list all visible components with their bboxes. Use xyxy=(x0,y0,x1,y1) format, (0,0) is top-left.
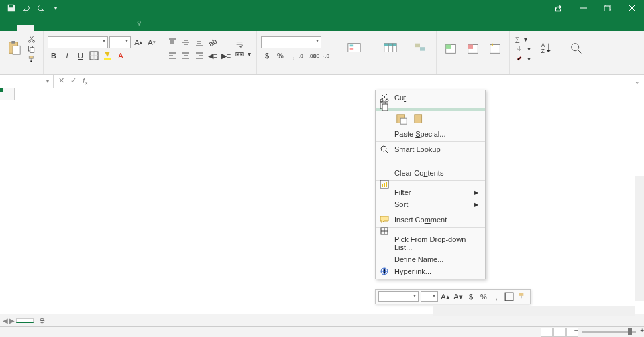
svg-rect-44 xyxy=(415,44,420,48)
formula-bar-expand[interactable]: ⌄ xyxy=(631,78,644,85)
ctx-filter[interactable]: Filter▶ xyxy=(376,186,485,198)
undo-button[interactable] xyxy=(19,1,34,15)
ctx-hyperlink[interactable]: Hyperlink... xyxy=(376,265,485,277)
sort-filter-button[interactable]: AZ xyxy=(534,40,561,58)
ctx-paste-special[interactable]: Paste Special... xyxy=(376,128,485,140)
merge-center-button[interactable]: ▾ xyxy=(234,50,252,59)
tab-home[interactable] xyxy=(17,25,34,31)
tab-insert[interactable] xyxy=(34,25,50,31)
paste-button[interactable] xyxy=(4,40,24,58)
ctx-paste-default[interactable] xyxy=(394,112,409,127)
fill-button[interactable]: ▾ xyxy=(514,44,532,54)
worksheet-grid[interactable]: Cut Paste Special... Smart Lookup Clear … xyxy=(0,88,644,324)
svg-rect-13 xyxy=(29,56,33,59)
decrease-font-button[interactable]: A▾ xyxy=(146,36,158,48)
mini-increase-font[interactable]: A▴ xyxy=(440,291,451,302)
mini-font-combo[interactable] xyxy=(378,291,419,302)
tab-file[interactable] xyxy=(1,25,17,31)
increase-indent-button[interactable]: ▶≡ xyxy=(220,50,232,62)
tab-data[interactable] xyxy=(82,25,98,31)
font-name-combo[interactable] xyxy=(48,36,108,48)
mini-decrease-font[interactable]: A▾ xyxy=(453,291,464,302)
ctx-insert-comment[interactable]: Insert Comment xyxy=(376,214,485,226)
bold-button[interactable]: B xyxy=(48,50,60,62)
svg-rect-71 xyxy=(519,293,523,296)
align-bottom-button[interactable] xyxy=(193,36,205,48)
autosum-button[interactable]: ∑ ▾ xyxy=(514,35,532,44)
ctx-cut[interactable]: Cut xyxy=(376,92,485,104)
align-right-button[interactable] xyxy=(193,50,205,62)
increase-font-button[interactable]: A▴ xyxy=(132,36,144,48)
decrease-decimal-button[interactable]: .00→.0 xyxy=(315,50,327,62)
wrap-text-button[interactable] xyxy=(234,40,252,49)
format-as-table-button[interactable] xyxy=(375,40,406,58)
tab-review[interactable] xyxy=(98,25,114,31)
cell-styles-button[interactable] xyxy=(408,40,432,58)
cancel-formula-button[interactable]: ✕ xyxy=(56,76,66,86)
ctx-sort[interactable]: Sort▶ xyxy=(376,198,485,210)
fx-button[interactable]: fx xyxy=(80,76,90,86)
select-all-button[interactable] xyxy=(0,88,15,100)
tell-me-search[interactable] xyxy=(130,17,644,31)
minimize-button[interactable] xyxy=(572,0,596,16)
font-size-combo[interactable] xyxy=(109,36,131,48)
view-normal-button[interactable] xyxy=(541,328,553,337)
cut-button[interactable] xyxy=(26,34,39,44)
mini-percent[interactable]: % xyxy=(478,291,489,302)
align-top-button[interactable] xyxy=(166,36,178,48)
tab-page-layout[interactable] xyxy=(50,25,66,31)
ctx-copy[interactable] xyxy=(376,104,485,108)
insert-cells-button[interactable] xyxy=(441,40,461,58)
sheet-nav-prev[interactable]: ◀ xyxy=(3,317,8,324)
svg-rect-41 xyxy=(384,44,396,46)
group-alignment-label xyxy=(166,65,252,73)
fill-color-button[interactable] xyxy=(101,50,113,62)
borders-button[interactable] xyxy=(88,50,100,62)
clear-button[interactable]: ▾ xyxy=(514,54,532,64)
name-box[interactable] xyxy=(0,75,54,88)
copy-button[interactable] xyxy=(26,44,39,54)
accounting-format-button[interactable]: $ xyxy=(261,50,273,62)
share-button[interactable] xyxy=(547,4,572,12)
delete-cells-button[interactable] xyxy=(463,40,483,58)
underline-button[interactable]: U xyxy=(74,50,87,62)
ctx-clear-contents[interactable]: Clear Contents xyxy=(376,167,485,179)
enter-formula-button[interactable]: ✓ xyxy=(68,76,78,86)
ctx-pick-dropdown[interactable]: Pick From Drop-down List... xyxy=(376,233,485,253)
restore-button[interactable] xyxy=(596,0,620,16)
view-page-layout-button[interactable] xyxy=(553,328,566,337)
close-button[interactable] xyxy=(620,0,644,16)
number-format-combo[interactable] xyxy=(261,36,321,48)
decrease-indent-button[interactable]: ◀≡ xyxy=(207,50,219,62)
format-cells-button[interactable] xyxy=(485,40,505,58)
save-button[interactable] xyxy=(4,1,19,15)
mini-font-size-combo[interactable] xyxy=(421,291,438,302)
mini-comma[interactable]: , xyxy=(491,291,502,302)
sheet-tab-1[interactable] xyxy=(16,318,34,323)
ctx-define-name[interactable]: Define Name... xyxy=(376,253,485,265)
ctx-smart-lookup[interactable]: Smart Lookup xyxy=(376,143,485,155)
mini-accounting[interactable]: $ xyxy=(466,291,476,302)
add-sheet-button[interactable]: ⊕ xyxy=(34,315,50,326)
ctx-paste-values[interactable] xyxy=(412,112,427,127)
mini-format-painter[interactable] xyxy=(517,291,527,302)
horizontal-scrollbar[interactable] xyxy=(433,306,635,316)
vertical-scrollbar[interactable] xyxy=(635,176,644,301)
tab-formulas[interactable] xyxy=(66,25,82,31)
redo-button[interactable] xyxy=(34,1,48,15)
orientation-button[interactable]: ab xyxy=(207,36,219,48)
conditional-formatting-button[interactable] xyxy=(335,40,373,58)
format-painter-button[interactable] xyxy=(26,54,39,64)
align-middle-button[interactable] xyxy=(180,36,192,48)
font-color-button[interactable]: A xyxy=(115,50,127,62)
align-left-button[interactable] xyxy=(166,50,178,62)
mini-borders[interactable] xyxy=(504,291,515,302)
percent-format-button[interactable]: % xyxy=(274,50,286,62)
find-select-button[interactable] xyxy=(563,40,590,58)
qa-customize[interactable]: ▾ xyxy=(48,1,63,15)
italic-button[interactable]: I xyxy=(61,50,73,62)
tab-view[interactable] xyxy=(114,25,130,31)
zoom-slider[interactable] xyxy=(582,331,636,333)
sheet-nav-next[interactable]: ▶ xyxy=(9,317,15,324)
align-center-button[interactable] xyxy=(180,50,192,62)
